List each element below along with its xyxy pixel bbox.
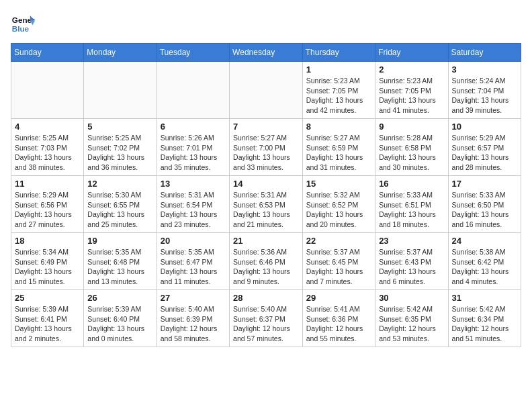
day-info: Sunrise: 5:33 AMSunset: 6:50 PMDaylight:… [452, 190, 518, 230]
day-info: Sunrise: 5:25 AMSunset: 7:03 PMDaylight:… [15, 133, 80, 173]
day-info: Sunrise: 5:40 AMSunset: 6:39 PMDaylight:… [161, 304, 226, 344]
day-info: Sunrise: 5:31 AMSunset: 6:53 PMDaylight:… [233, 190, 299, 230]
day-number: 7 [233, 122, 299, 132]
day-info: Sunrise: 5:38 AMSunset: 6:42 PMDaylight:… [452, 247, 518, 287]
day-info: Sunrise: 5:30 AMSunset: 6:55 PMDaylight:… [87, 190, 152, 230]
svg-text:Blue: Blue [12, 24, 30, 33]
day-info: Sunrise: 5:37 AMSunset: 6:45 PMDaylight:… [306, 247, 371, 287]
calendar-cell: 11Sunrise: 5:29 AMSunset: 6:56 PMDayligh… [11, 176, 84, 233]
day-number: 22 [306, 236, 371, 246]
day-info: Sunrise: 5:28 AMSunset: 6:58 PMDaylight:… [379, 133, 444, 173]
day-number: 12 [87, 179, 152, 189]
day-number: 18 [15, 236, 80, 246]
calendar-cell: 19Sunrise: 5:35 AMSunset: 6:48 PMDayligh… [84, 233, 157, 290]
day-header-sunday: Sunday [11, 44, 84, 62]
calendar-cell: 17Sunrise: 5:33 AMSunset: 6:50 PMDayligh… [448, 176, 521, 233]
calendar-cell: 21Sunrise: 5:36 AMSunset: 6:46 PMDayligh… [230, 233, 303, 290]
calendar-cell: 31Sunrise: 5:42 AMSunset: 6:34 PMDayligh… [448, 290, 521, 347]
calendar-cell: 1Sunrise: 5:23 AMSunset: 7:05 PMDaylight… [302, 62, 375, 119]
logo: General Blue [11, 11, 39, 35]
day-number: 19 [87, 236, 152, 246]
week-row-1: 1Sunrise: 5:23 AMSunset: 7:05 PMDaylight… [11, 62, 521, 119]
day-number: 4 [15, 122, 80, 132]
day-info: Sunrise: 5:36 AMSunset: 6:46 PMDaylight:… [233, 247, 299, 287]
day-header-thursday: Thursday [302, 44, 375, 62]
day-info: Sunrise: 5:42 AMSunset: 6:35 PMDaylight:… [379, 304, 444, 344]
calendar-cell: 25Sunrise: 5:39 AMSunset: 6:41 PMDayligh… [11, 290, 84, 347]
calendar-cell: 23Sunrise: 5:37 AMSunset: 6:43 PMDayligh… [375, 233, 448, 290]
day-info: Sunrise: 5:39 AMSunset: 6:40 PMDaylight:… [87, 304, 152, 344]
page-header: General Blue [11, 11, 521, 35]
calendar-cell [84, 62, 157, 119]
calendar-cell [11, 62, 84, 119]
day-number: 13 [161, 179, 226, 189]
calendar-cell: 9Sunrise: 5:28 AMSunset: 6:58 PMDaylight… [375, 119, 448, 176]
day-info: Sunrise: 5:42 AMSunset: 6:34 PMDaylight:… [452, 304, 518, 344]
day-info: Sunrise: 5:33 AMSunset: 6:51 PMDaylight:… [379, 190, 444, 230]
calendar-cell: 13Sunrise: 5:31 AMSunset: 6:54 PMDayligh… [157, 176, 229, 233]
calendar-cell [230, 62, 303, 119]
week-row-4: 18Sunrise: 5:34 AMSunset: 6:49 PMDayligh… [11, 233, 521, 290]
day-info: Sunrise: 5:35 AMSunset: 6:47 PMDaylight:… [161, 247, 226, 287]
calendar-cell: 5Sunrise: 5:25 AMSunset: 7:02 PMDaylight… [84, 119, 157, 176]
day-number: 21 [233, 236, 299, 246]
day-header-saturday: Saturday [448, 44, 521, 62]
day-number: 14 [233, 179, 299, 189]
day-info: Sunrise: 5:27 AMSunset: 6:59 PMDaylight:… [306, 133, 371, 173]
calendar-cell: 26Sunrise: 5:39 AMSunset: 6:40 PMDayligh… [84, 290, 157, 347]
calendar-table: SundayMondayTuesdayWednesdayThursdayFrid… [11, 43, 521, 347]
calendar-cell: 24Sunrise: 5:38 AMSunset: 6:42 PMDayligh… [448, 233, 521, 290]
day-number: 8 [306, 122, 371, 132]
day-header-tuesday: Tuesday [157, 44, 229, 62]
calendar-cell: 10Sunrise: 5:29 AMSunset: 6:57 PMDayligh… [448, 119, 521, 176]
day-info: Sunrise: 5:32 AMSunset: 6:52 PMDaylight:… [306, 190, 371, 230]
day-info: Sunrise: 5:23 AMSunset: 7:05 PMDaylight:… [306, 76, 371, 116]
calendar-header-row: SundayMondayTuesdayWednesdayThursdayFrid… [11, 44, 521, 62]
calendar-cell: 28Sunrise: 5:40 AMSunset: 6:37 PMDayligh… [230, 290, 303, 347]
day-number: 15 [306, 179, 371, 189]
day-info: Sunrise: 5:27 AMSunset: 7:00 PMDaylight:… [233, 133, 299, 173]
calendar-cell: 15Sunrise: 5:32 AMSunset: 6:52 PMDayligh… [302, 176, 375, 233]
day-info: Sunrise: 5:31 AMSunset: 6:54 PMDaylight:… [161, 190, 226, 230]
week-row-3: 11Sunrise: 5:29 AMSunset: 6:56 PMDayligh… [11, 176, 521, 233]
calendar-cell: 16Sunrise: 5:33 AMSunset: 6:51 PMDayligh… [375, 176, 448, 233]
day-number: 11 [15, 179, 80, 189]
calendar-cell: 18Sunrise: 5:34 AMSunset: 6:49 PMDayligh… [11, 233, 84, 290]
calendar-cell: 8Sunrise: 5:27 AMSunset: 6:59 PMDaylight… [302, 119, 375, 176]
day-number: 6 [161, 122, 226, 132]
week-row-5: 25Sunrise: 5:39 AMSunset: 6:41 PMDayligh… [11, 290, 521, 347]
day-info: Sunrise: 5:35 AMSunset: 6:48 PMDaylight:… [87, 247, 152, 287]
logo-icon: General Blue [11, 11, 35, 35]
calendar-cell: 22Sunrise: 5:37 AMSunset: 6:45 PMDayligh… [302, 233, 375, 290]
calendar-cell: 27Sunrise: 5:40 AMSunset: 6:39 PMDayligh… [157, 290, 229, 347]
calendar-cell: 12Sunrise: 5:30 AMSunset: 6:55 PMDayligh… [84, 176, 157, 233]
calendar-cell: 4Sunrise: 5:25 AMSunset: 7:03 PMDaylight… [11, 119, 84, 176]
calendar-cell: 20Sunrise: 5:35 AMSunset: 6:47 PMDayligh… [157, 233, 229, 290]
calendar-cell [157, 62, 229, 119]
day-number: 2 [379, 64, 444, 75]
day-info: Sunrise: 5:24 AMSunset: 7:04 PMDaylight:… [452, 76, 518, 116]
day-number: 20 [161, 236, 226, 246]
calendar-cell: 29Sunrise: 5:41 AMSunset: 6:36 PMDayligh… [302, 290, 375, 347]
day-info: Sunrise: 5:23 AMSunset: 7:05 PMDaylight:… [379, 76, 444, 116]
week-row-2: 4Sunrise: 5:25 AMSunset: 7:03 PMDaylight… [11, 119, 521, 176]
day-info: Sunrise: 5:26 AMSunset: 7:01 PMDaylight:… [161, 133, 226, 173]
calendar-cell: 7Sunrise: 5:27 AMSunset: 7:00 PMDaylight… [230, 119, 303, 176]
calendar-cell: 2Sunrise: 5:23 AMSunset: 7:05 PMDaylight… [375, 62, 448, 119]
calendar-cell: 14Sunrise: 5:31 AMSunset: 6:53 PMDayligh… [230, 176, 303, 233]
day-number: 23 [379, 236, 444, 246]
day-number: 30 [379, 293, 444, 303]
day-number: 16 [379, 179, 444, 189]
day-number: 29 [306, 293, 371, 303]
day-info: Sunrise: 5:40 AMSunset: 6:37 PMDaylight:… [233, 304, 299, 344]
day-number: 5 [87, 122, 152, 132]
day-header-monday: Monday [84, 44, 157, 62]
day-number: 24 [452, 236, 518, 246]
calendar-cell: 30Sunrise: 5:42 AMSunset: 6:35 PMDayligh… [375, 290, 448, 347]
day-info: Sunrise: 5:29 AMSunset: 6:56 PMDaylight:… [15, 190, 80, 230]
day-number: 17 [452, 179, 518, 189]
day-info: Sunrise: 5:39 AMSunset: 6:41 PMDaylight:… [15, 304, 80, 344]
day-number: 25 [15, 293, 80, 303]
day-number: 3 [452, 64, 518, 75]
day-number: 31 [452, 293, 518, 303]
